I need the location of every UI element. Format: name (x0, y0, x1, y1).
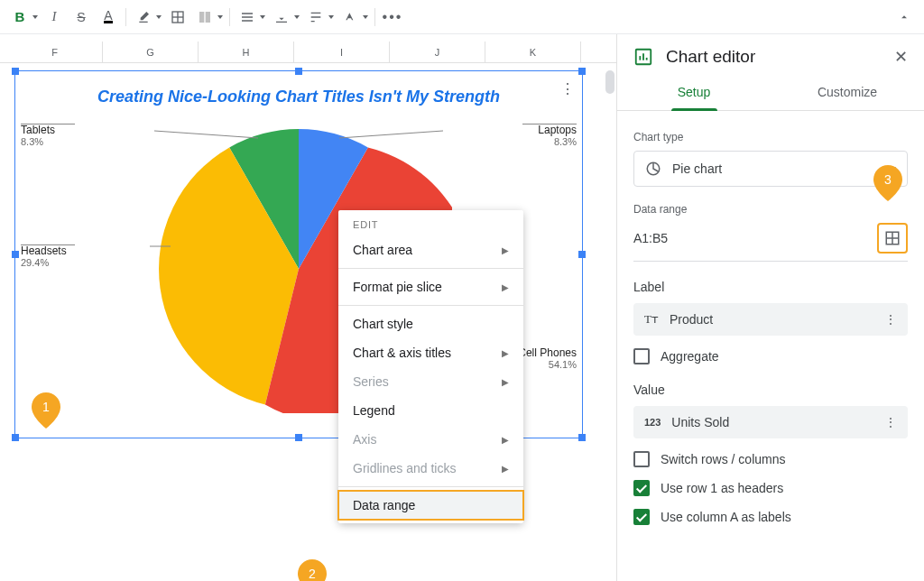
use-row1-headers-checkbox[interactable]: Use row 1 as headers (633, 480, 908, 496)
strikethrough-button[interactable]: S (69, 5, 94, 30)
use-colA-labels-checkbox[interactable]: Use column A as labels (633, 509, 908, 525)
chart-type-label: Chart type (633, 131, 908, 143)
label-section-head: Label (633, 280, 908, 294)
pie-icon (645, 161, 661, 177)
tab-setup[interactable]: Setup (617, 76, 771, 110)
h-align-button[interactable] (235, 5, 260, 30)
value-more-icon[interactable]: ⋮ (884, 415, 897, 429)
ctx-gridlines: Gridlines and ticks▶ (338, 454, 523, 483)
label-more-icon[interactable]: ⋮ (884, 312, 897, 327)
number-type-icon: 123 (644, 417, 661, 428)
ctx-format-pie-slice[interactable]: Format pie slice▶ (338, 272, 523, 301)
svg-line-5 (154, 131, 258, 138)
merge-cells-button[interactable] (192, 5, 217, 30)
callout-2: 2 (298, 559, 327, 581)
column-headers: F G H I J K (0, 42, 616, 63)
svg-line-6 (339, 131, 443, 138)
resize-handle[interactable] (578, 434, 586, 441)
slice-label-cellphones: Cell Phones54.1% (518, 346, 577, 370)
select-range-button[interactable] (877, 223, 908, 254)
ctx-series: Series▶ (338, 367, 523, 396)
slice-label-laptops: Laptops8.3% (522, 124, 577, 124)
spreadsheet-area: F G H I J K ⋮ Creating Nice-Looking Char… (0, 34, 617, 581)
value-field[interactable]: 123 Units Sold ⋮ (633, 406, 908, 438)
slice-label-tablets: Tablets8.3% (21, 124, 75, 124)
chart-icon (633, 47, 653, 67)
ctx-chart-area[interactable]: Chart area▶ (338, 235, 523, 264)
column-header[interactable]: I (294, 42, 390, 62)
column-header[interactable]: H (199, 42, 294, 62)
fill-color-button[interactable] (131, 5, 156, 30)
chart-type-select[interactable]: Pie chart (633, 151, 908, 187)
column-header[interactable]: J (390, 42, 485, 62)
ctx-axis: Axis▶ (338, 425, 523, 454)
label-field[interactable]: Tᴛ Product ⋮ (633, 303, 908, 336)
collapse-toolbar-icon[interactable] (892, 5, 917, 30)
resize-handle[interactable] (578, 68, 586, 75)
ctx-legend[interactable]: Legend (338, 396, 523, 425)
text-wrap-button[interactable] (303, 5, 328, 30)
sidebar-tabs: Setup Customize (617, 76, 924, 111)
column-header[interactable]: G (103, 42, 199, 62)
callout-3: 3 (873, 165, 902, 201)
resize-handle[interactable] (295, 68, 302, 75)
chart-menu-icon[interactable]: ⋮ (560, 80, 575, 97)
data-range-label: Data range (633, 203, 908, 216)
text-color-button[interactable]: A (96, 5, 121, 30)
resize-handle[interactable] (12, 434, 19, 441)
resize-handle[interactable] (12, 251, 19, 258)
formatting-toolbar: B I S A ••• (0, 0, 924, 34)
borders-button[interactable] (165, 5, 190, 30)
aggregate-checkbox[interactable]: Aggregate (633, 348, 908, 364)
ctx-chart-axis-titles[interactable]: Chart & axis titles▶ (338, 338, 523, 367)
data-range-input[interactable] (633, 227, 868, 249)
text-rotation-button[interactable] (337, 5, 363, 30)
column-header[interactable]: F (7, 42, 103, 62)
ctx-header: EDIT (338, 210, 523, 235)
resize-handle[interactable] (12, 68, 19, 75)
v-align-button[interactable] (269, 5, 294, 30)
resize-handle[interactable] (295, 434, 302, 441)
svg-rect-4 (206, 12, 210, 23)
italic-button[interactable]: I (42, 5, 67, 30)
svg-rect-3 (199, 12, 204, 23)
close-icon[interactable]: ✕ (894, 47, 908, 67)
chart-editor-panel: Chart editor ✕ Setup Customize Chart typ… (617, 34, 924, 581)
chart-context-menu: EDIT Chart area▶ Format pie slice▶ Chart… (338, 210, 523, 523)
switch-rows-columns-checkbox[interactable]: Switch rows / columns (633, 451, 908, 467)
column-header[interactable]: K (485, 42, 581, 62)
slice-label-headsets: Headsets29.4% (21, 244, 75, 245)
resize-handle[interactable] (578, 251, 586, 258)
sidebar-title: Chart editor (666, 47, 882, 67)
chart-title[interactable]: Creating Nice-Looking Chart Titles Isn't… (15, 71, 582, 115)
text-type-icon: Tᴛ (644, 312, 659, 327)
ctx-chart-style[interactable]: Chart style (338, 309, 523, 338)
tab-customize[interactable]: Customize (771, 76, 924, 110)
callout-1: 1 (32, 392, 60, 429)
value-section-head: Value (633, 383, 908, 397)
vertical-scrollbar[interactable] (605, 70, 614, 94)
ctx-data-range[interactable]: Data range (338, 491, 523, 520)
more-toolbar-button[interactable]: ••• (380, 5, 405, 30)
bold-button[interactable]: B (7, 5, 32, 30)
